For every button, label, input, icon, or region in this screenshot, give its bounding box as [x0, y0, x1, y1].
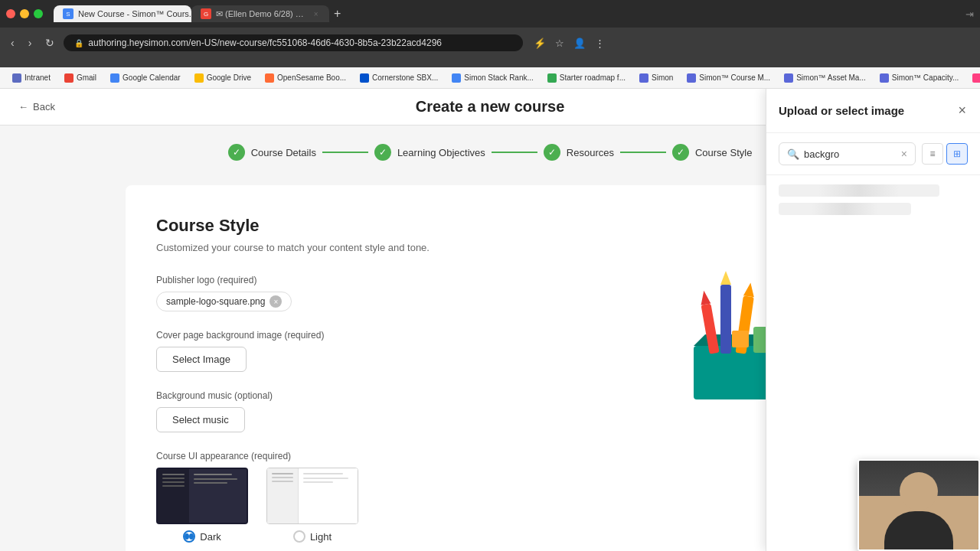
- ui-appearance-label: Course UI appearance (required): [156, 451, 824, 461]
- search-icon: 🔍: [787, 148, 799, 160]
- ui-appearance-group: Course UI appearance (required): [156, 451, 824, 543]
- image-search-input[interactable]: [804, 148, 897, 160]
- tab-label-1: New Course - Simon™ Cours...: [78, 9, 191, 18]
- bookmarks-bar: Intranet Gmail Google Calendar Google Dr…: [0, 67, 980, 89]
- bookmark-simon-stack[interactable]: Simon Stack Rank...: [446, 72, 540, 84]
- new-tab-button[interactable]: +: [329, 7, 345, 21]
- bookmark-drive[interactable]: Google Drive: [188, 72, 257, 84]
- step-check-1: ✓: [228, 144, 245, 161]
- step-check-3: ✓: [544, 144, 560, 161]
- publisher-logo-filename: sample-logo-square.png: [166, 296, 265, 307]
- close-window-button[interactable]: [6, 9, 15, 18]
- reload-button[interactable]: ↻: [41, 34, 59, 52]
- step-check-2: ✓: [374, 144, 391, 161]
- appearance-options: Dark: [156, 468, 824, 543]
- bookmark-simon-asset[interactable]: Simon™ Asset Ma...: [778, 72, 872, 84]
- svg-marker-7: [698, 290, 710, 305]
- back-button[interactable]: ← Back: [18, 101, 55, 112]
- page-content: ← Back Create a new course ✓ Course Deta…: [0, 89, 980, 551]
- view-icons: ≡ ⊞: [922, 143, 968, 165]
- video-call-thumbnail: [858, 459, 980, 551]
- progress-stepper: ✓ Course Details ✓ Learning Objectives ✓…: [126, 144, 854, 161]
- light-preview: [266, 468, 358, 524]
- select-music-button[interactable]: Select music: [156, 407, 245, 432]
- forward-nav-button[interactable]: ›: [24, 34, 37, 52]
- svg-marker-5: [743, 282, 756, 298]
- search-row: 🔍 × ≡ ⊞: [766, 133, 980, 175]
- address-bar[interactable]: 🔒 authoring.heysimon.com/en-US/new-cours…: [64, 34, 523, 51]
- panel-close-button[interactable]: ×: [956, 101, 968, 120]
- tab-bar: S New Course - Simon™ Cours... × G ✉ (El…: [54, 3, 345, 24]
- step-label-4: Course Style: [695, 147, 752, 158]
- fullscreen-window-button[interactable]: [34, 9, 43, 18]
- step-learning-objectives: ✓ Learning Objectives: [374, 144, 485, 161]
- skeleton-line-1: [779, 184, 939, 197]
- light-radio[interactable]: [293, 530, 305, 543]
- grid-view-button[interactable]: ⊞: [946, 143, 968, 165]
- bookmark-simon-capacity[interactable]: Simon™ Capacity...: [874, 72, 965, 84]
- tab-label-2: ✉ (Ellen Demo 6/28) Hey Simon!: [216, 9, 308, 19]
- toolbar-icons: ⚡ ☆ 👤 ⋮: [531, 36, 608, 51]
- dark-preview-inner: [158, 469, 247, 523]
- bookmark-simon[interactable]: Simon: [633, 72, 679, 84]
- card-section-title: Course Style: [156, 216, 824, 236]
- back-nav-button[interactable]: ‹: [6, 34, 19, 52]
- bookmark-intranet[interactable]: Intranet: [6, 72, 57, 84]
- remove-logo-button[interactable]: ×: [270, 295, 282, 308]
- bookmark-calendar[interactable]: Google Calendar: [104, 72, 187, 84]
- step-line-2: [492, 152, 537, 153]
- tab-favicon-2: G: [201, 8, 211, 19]
- search-clear-button[interactable]: ×: [901, 148, 907, 160]
- dark-preview: [156, 468, 248, 524]
- bookmark-cornerstone[interactable]: Cornerstone SBX...: [354, 72, 444, 84]
- dark-radio[interactable]: [183, 530, 195, 543]
- bookmark-opensesame[interactable]: OpenSesame Boo...: [259, 72, 352, 84]
- traffic-lights: [6, 9, 43, 18]
- step-course-style: ✓ Course Style: [672, 144, 752, 161]
- light-option-label: Light: [310, 531, 332, 543]
- search-results-loading: [766, 175, 980, 224]
- publisher-logo-tag: sample-logo-square.png ×: [156, 292, 292, 311]
- list-view-button[interactable]: ≡: [922, 143, 943, 165]
- page-title: Create a new course: [416, 98, 565, 116]
- bookmark-add-to-joy[interactable]: Add to Joy: [966, 72, 980, 84]
- course-style-card: Course Style Customized your course to m…: [126, 185, 854, 551]
- tab-close-2[interactable]: ×: [312, 8, 320, 19]
- step-line-3: [620, 152, 666, 153]
- svg-rect-2: [720, 285, 731, 354]
- step-line-1: [322, 152, 368, 153]
- dark-radio-option[interactable]: Dark: [183, 530, 220, 543]
- address-bar-row: ‹ › ↻ 🔒 authoring.heysimon.com/en-US/new…: [0, 28, 980, 58]
- window-control-icon[interactable]: ⇥: [965, 8, 974, 20]
- settings-icon[interactable]: ⋮: [592, 36, 608, 51]
- select-image-button[interactable]: Select Image: [156, 347, 247, 372]
- search-input-wrap[interactable]: 🔍 ×: [779, 142, 916, 165]
- light-radio-option[interactable]: Light: [293, 530, 332, 543]
- dark-option-label: Dark: [200, 531, 220, 543]
- upload-panel-header: Upload or select image ×: [766, 89, 980, 133]
- profile-icon[interactable]: 👤: [570, 36, 589, 51]
- step-resources: ✓ Resources: [544, 144, 614, 161]
- svg-marker-3: [720, 271, 731, 285]
- extensions-icon[interactable]: ⚡: [531, 36, 549, 51]
- browser-title-bar: S New Course - Simon™ Cours... × G ✉ (El…: [0, 0, 980, 28]
- dark-appearance-option[interactable]: Dark: [156, 468, 248, 543]
- address-text: authoring.heysimon.com/en-US/new-course/…: [88, 37, 442, 48]
- step-label-1: Course Details: [251, 147, 316, 158]
- minimize-window-button[interactable]: [20, 9, 29, 18]
- bookmark-gmail[interactable]: Gmail: [58, 72, 103, 84]
- back-arrow-icon: ←: [18, 101, 28, 112]
- video-thumbnail-inner: [859, 461, 978, 549]
- bookmark-simon-course[interactable]: Simon™ Course M...: [681, 72, 776, 84]
- lock-icon: 🔒: [74, 39, 83, 47]
- step-label-3: Resources: [567, 147, 614, 158]
- upload-panel-title: Upload or select image: [779, 104, 904, 117]
- tab-favicon-1: S: [63, 8, 74, 19]
- bookmark-starter-roadmap[interactable]: Starter roadmap f...: [541, 72, 632, 84]
- light-appearance-option[interactable]: Light: [266, 468, 358, 543]
- step-course-details: ✓ Course Details: [228, 144, 316, 161]
- tab-inactive[interactable]: G ✉ (Ellen Demo 6/28) Hey Simon! ×: [191, 5, 329, 22]
- skeleton-line-2: [779, 203, 911, 215]
- tab-active[interactable]: S New Course - Simon™ Cours... ×: [54, 5, 191, 22]
- bookmark-star-icon[interactable]: ☆: [552, 36, 567, 51]
